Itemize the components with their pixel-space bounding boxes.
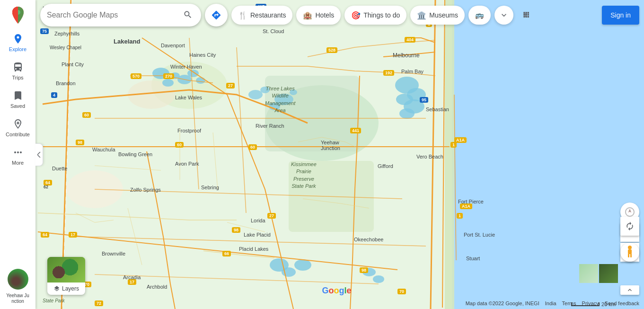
svg-point-14 (248, 90, 263, 99)
svg-point-31 (628, 246, 632, 249)
explore-icon (12, 33, 24, 44)
more-icon (12, 147, 24, 158)
sidebar-item-saved[interactable]: Saved (0, 85, 35, 114)
svg-rect-32 (628, 249, 632, 254)
hotels-pill[interactable]: 🏨 Hotels (296, 6, 341, 25)
restaurants-icon: 🍴 (238, 11, 247, 20)
sidebar-item-more[interactable]: More (0, 142, 35, 170)
layers-label-area: Layers (50, 283, 83, 295)
svg-rect-4 (265, 76, 360, 151)
svg-rect-29 (445, 0, 454, 309)
svg-rect-34 (630, 254, 632, 257)
contribute-label: Contribute (6, 132, 30, 137)
location-avatar-image (8, 269, 28, 290)
scale-bar: 20 km (571, 301, 616, 307)
svg-rect-33 (628, 254, 629, 257)
svg-point-15 (260, 87, 270, 93)
sidebar-item-contribute[interactable]: Contribute (0, 114, 35, 142)
layers-button[interactable]: Layers (47, 257, 85, 295)
explore-label: Explore (9, 46, 26, 52)
sidebar-item-trips[interactable]: Trips (0, 57, 35, 85)
things-label: Things to do (363, 11, 400, 19)
hotels-icon: 🏨 (303, 11, 312, 20)
svg-point-13 (196, 77, 205, 84)
sidebar: Explore Trips Saved Contribute (0, 0, 35, 309)
museums-icon: 🏛️ (417, 11, 426, 20)
transit-icon: 🚌 (475, 11, 484, 19)
india-link[interactable]: India (545, 300, 556, 306)
layers-thumbnail (47, 257, 85, 283)
terrain-view-button[interactable] (579, 264, 598, 283)
trips-label: Trips (12, 75, 23, 80)
restaurants-label: Restaurants (250, 11, 286, 19)
svg-point-28 (373, 275, 384, 283)
svg-point-18 (290, 89, 297, 95)
search-input[interactable] (47, 11, 181, 19)
location-avatar-label: Yeehaw Junction (6, 293, 29, 304)
museums-label: Museums (429, 11, 458, 19)
pegman-button[interactable] (620, 243, 639, 262)
map-data-text: Map data ©2022 Google, INEGI (466, 300, 539, 306)
search-box (40, 4, 201, 26)
status-bar: Map data ©2022 Google, INEGI India Terms… (35, 298, 644, 309)
svg-point-26 (294, 259, 311, 271)
svg-rect-1 (35, 0, 452, 309)
map-type-buttons (579, 264, 618, 283)
svg-point-23 (399, 108, 415, 119)
things-icon: 🎯 (351, 11, 361, 20)
museums-pill[interactable]: 🏛️ Museums (410, 6, 465, 25)
scale-label: 20 km (601, 301, 616, 307)
more-pills-button[interactable] (494, 6, 513, 25)
transit-pill[interactable]: 🚌 (468, 6, 491, 25)
collapse-sidebar-button[interactable] (35, 143, 43, 166)
things-to-do-pill[interactable]: 🎯 Things to do (344, 6, 406, 25)
location-thumbnail[interactable]: Yeehaw Junction (4, 264, 31, 309)
tilt-rotate-button[interactable] (620, 217, 639, 236)
contribute-icon (12, 118, 24, 130)
sign-in-label: Sign in (610, 11, 631, 19)
svg-rect-0 (450, 0, 644, 309)
svg-point-8 (152, 68, 169, 79)
directions-button[interactable] (205, 4, 228, 26)
hotels-label: Hotels (315, 11, 334, 19)
restaurants-pill[interactable]: 🍴 Restaurants (231, 6, 292, 25)
apps-button[interactable] (517, 6, 536, 25)
saved-label: Saved (10, 103, 25, 109)
google-maps-logo[interactable] (9, 6, 27, 25)
sign-in-button[interactable]: Sign in (602, 6, 639, 25)
sidebar-item-explore[interactable]: Explore (0, 28, 35, 57)
saved-icon (12, 90, 24, 101)
layers-text: Layers (62, 285, 79, 292)
map-container[interactable]: Lakeland Zephyrhills Wesley Chapel Brand… (0, 0, 644, 309)
topbar: 🍴 Restaurants 🏨 Hotels 🎯 Things to do 🏛️… (40, 4, 639, 26)
more-label: More (12, 160, 24, 166)
search-button[interactable] (181, 8, 194, 23)
svg-point-27 (362, 268, 376, 276)
satellite-view-button[interactable] (599, 264, 618, 283)
trips-icon (12, 62, 24, 73)
svg-point-12 (187, 70, 199, 77)
expand-map-button[interactable] (620, 285, 639, 295)
svg-point-9 (162, 79, 174, 87)
